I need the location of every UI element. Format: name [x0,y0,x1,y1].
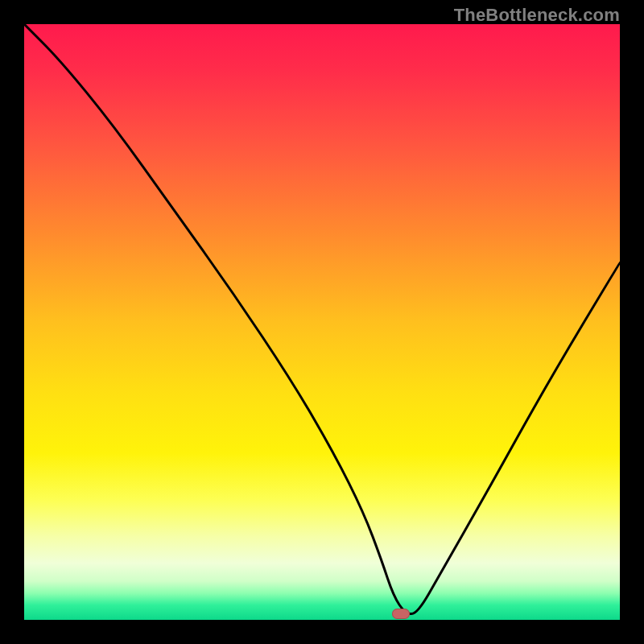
watermark-text: TheBottleneck.com [454,5,620,26]
bottleneck-curve [24,24,620,614]
plot-area [24,24,620,620]
curve-overlay [24,24,620,620]
optimum-marker [392,609,410,619]
chart-frame: TheBottleneck.com [0,0,644,644]
